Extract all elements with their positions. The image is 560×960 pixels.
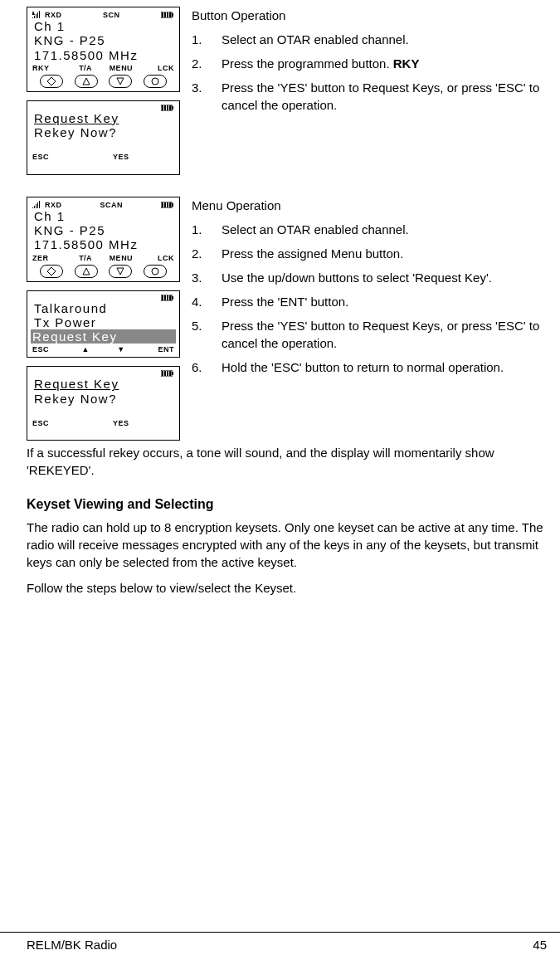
status-rxd: RXD bbox=[45, 11, 62, 19]
up-button-icon bbox=[75, 265, 98, 278]
signal-icon: RXD bbox=[32, 11, 62, 19]
menu-item-request-key-selected: Request Key bbox=[31, 329, 176, 344]
status-scan: SCAN bbox=[100, 201, 124, 209]
svg-rect-27 bbox=[172, 372, 173, 375]
lcd-screen-main-1: RXD SCN Ch 1 KNG - P25 171.58500 MHz RKY… bbox=[27, 7, 180, 92]
button-row bbox=[32, 75, 174, 88]
circle-button-icon bbox=[144, 265, 167, 278]
battery-icon bbox=[161, 295, 174, 301]
svg-rect-22 bbox=[162, 295, 163, 300]
battery-icon bbox=[161, 105, 174, 111]
svg-rect-25 bbox=[169, 295, 171, 300]
svg-rect-23 bbox=[164, 295, 166, 300]
svg-rect-16 bbox=[164, 202, 166, 207]
battery-icon bbox=[161, 202, 174, 208]
footer-left: RELM/BK Radio bbox=[27, 938, 117, 952]
softkey-zer: ZER bbox=[32, 254, 68, 262]
svg-rect-8 bbox=[172, 106, 173, 110]
softkey-esc: ESC bbox=[32, 419, 68, 427]
svg-rect-18 bbox=[169, 202, 171, 207]
svg-rect-12 bbox=[169, 105, 171, 110]
softkey-row: ESC YES bbox=[32, 153, 174, 161]
battery-icon bbox=[161, 12, 174, 18]
diamond-button-icon bbox=[40, 75, 63, 88]
svg-rect-24 bbox=[167, 295, 168, 300]
menu-item-talkaround: Talkaround bbox=[32, 301, 174, 315]
svg-rect-5 bbox=[169, 12, 171, 17]
menu-item-txpower: Tx Power bbox=[32, 315, 174, 329]
softkey-lck: LCK bbox=[139, 254, 174, 262]
menu-op-title: Menu Operation bbox=[192, 197, 547, 214]
svg-rect-9 bbox=[162, 105, 163, 110]
svg-point-19 bbox=[152, 268, 158, 275]
svg-rect-11 bbox=[167, 105, 168, 110]
softkey-ta: T/A bbox=[68, 64, 104, 72]
lcd-request-prompt: Rekey Now? bbox=[32, 392, 174, 406]
lcd-line-mode: KNG - P25 bbox=[32, 223, 174, 237]
svg-point-6 bbox=[152, 78, 158, 85]
softkey-up: ▲ bbox=[68, 345, 104, 353]
down-button-icon bbox=[109, 75, 132, 88]
lcd-request-title: Request Key bbox=[32, 377, 174, 391]
svg-rect-2 bbox=[162, 12, 163, 17]
down-button-icon bbox=[109, 265, 132, 278]
softkey-row: ZER T/A MENU LCK bbox=[32, 254, 174, 262]
menu-op-steps: 1.Select an OTAR enabled channel. 2.Pres… bbox=[192, 221, 547, 376]
svg-rect-21 bbox=[172, 296, 173, 300]
softkey-menu: MENU bbox=[104, 64, 139, 72]
svg-rect-3 bbox=[164, 12, 166, 17]
lcd-line-channel: Ch 1 bbox=[32, 19, 174, 33]
keyset-heading: Keyset Viewing and Selecting bbox=[27, 497, 547, 512]
softkey-yes: YES bbox=[104, 153, 139, 161]
page-footer: RELM/BK Radio 45 bbox=[0, 932, 560, 960]
up-button-icon bbox=[75, 75, 98, 88]
svg-rect-29 bbox=[164, 371, 166, 376]
lcd-request-title: Request Key bbox=[32, 111, 174, 125]
keyset-p2: Follow the steps below to view/select th… bbox=[27, 579, 547, 597]
lcd-screen-main-2: RXD SCAN Ch 1 KNG - P25 171.58500 MHz ZE… bbox=[27, 197, 180, 282]
softkey-row: ESC ▲ ▼ ENT bbox=[32, 345, 174, 353]
rky-label: RKY bbox=[393, 56, 420, 71]
svg-rect-15 bbox=[162, 202, 163, 207]
softkey-down: ▼ bbox=[104, 345, 139, 353]
softkey-ent: ENT bbox=[139, 345, 174, 353]
softkey-esc: ESC bbox=[32, 345, 68, 353]
softkey-esc: ESC bbox=[32, 153, 68, 161]
softkey-yes: YES bbox=[104, 419, 139, 427]
softkey-ta: T/A bbox=[68, 254, 104, 262]
circle-button-icon bbox=[144, 75, 167, 88]
svg-rect-14 bbox=[172, 203, 173, 207]
status-rxd: RXD bbox=[45, 201, 62, 209]
keyset-p1: The radio can hold up to 8 encryption ke… bbox=[27, 519, 547, 571]
button-op-steps: 1.Select an OTAR enabled channel. 2.Pres… bbox=[192, 31, 547, 114]
lcd-line-freq: 171.58500 MHz bbox=[32, 237, 174, 251]
lcd-line-mode: KNG - P25 bbox=[32, 33, 174, 47]
softkey-rky: RKY bbox=[32, 64, 68, 72]
lcd-screen-menu: Talkaround Tx Power Request Key ESC ▲ ▼ … bbox=[27, 290, 180, 358]
softkey-row: RKY T/A MENU LCK bbox=[32, 64, 174, 72]
svg-rect-10 bbox=[164, 105, 166, 110]
rekey-success-note: If a successful rekey occurs, a tone wil… bbox=[27, 444, 547, 479]
battery-icon bbox=[161, 370, 174, 377]
lcd-request-prompt: Rekey Now? bbox=[32, 125, 174, 139]
footer-page-number: 45 bbox=[533, 938, 547, 952]
lcd-screen-request-1: Request Key Rekey Now? ESC YES bbox=[27, 100, 180, 175]
softkey-row: ESC YES bbox=[32, 419, 174, 427]
button-row bbox=[32, 265, 174, 278]
svg-rect-1 bbox=[172, 13, 173, 17]
svg-rect-17 bbox=[167, 202, 168, 207]
svg-rect-30 bbox=[167, 371, 168, 376]
lcd-line-freq: 171.58500 MHz bbox=[32, 48, 174, 62]
softkey-menu: MENU bbox=[104, 254, 139, 262]
signal-icon: RXD bbox=[32, 201, 62, 209]
svg-rect-31 bbox=[169, 371, 171, 376]
lcd-screen-request-2: Request Key Rekey Now? ESC YES bbox=[27, 366, 180, 441]
button-op-title: Button Operation bbox=[192, 7, 547, 24]
svg-rect-4 bbox=[167, 12, 168, 17]
diamond-button-icon bbox=[40, 265, 63, 278]
svg-rect-28 bbox=[162, 371, 163, 376]
lcd-line-channel: Ch 1 bbox=[32, 209, 174, 223]
softkey-lck: LCK bbox=[139, 64, 174, 72]
status-scn: SCN bbox=[103, 11, 120, 19]
